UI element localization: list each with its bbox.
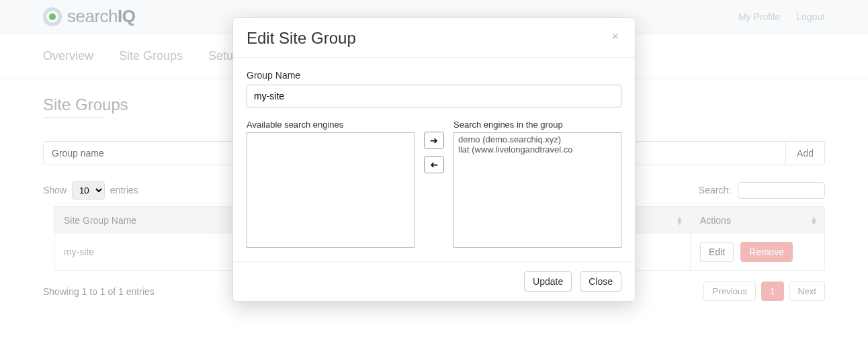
group-name-label: Group Name [247,70,621,81]
move-right-button[interactable]: ➔ [424,132,444,149]
list-item[interactable]: demo (demo.searchiq.xyz) [457,134,618,144]
edit-site-group-modal: Edit Site Group × Group Name Available s… [232,17,636,302]
search-label: Search: [699,185,731,195]
brand-logo: searchIQ [43,6,136,27]
arrow-left-icon: ➔ [430,159,438,170]
move-left-button[interactable]: ➔ [424,156,444,173]
brand-left: search [67,6,118,26]
pager-next[interactable]: Next [789,281,825,301]
logo-mark-icon [43,7,62,26]
dual-controls: ➔ ➔ [424,120,444,173]
pager: Previous 1 Next [703,281,825,301]
show-suffix: entries [110,185,138,195]
modal-footer: Update Close [233,261,635,301]
nav-overview[interactable]: Overview [43,49,93,63]
brand-right: IQ [118,6,135,26]
available-column: Available search engines [247,120,415,248]
arrow-right-icon: ➔ [430,135,438,146]
modal-title: Edit Site Group [247,29,621,48]
available-label: Available search engines [247,120,415,130]
close-button[interactable]: Close [580,271,621,292]
modal-header: Edit Site Group × [233,18,635,58]
available-listbox[interactable] [247,132,415,248]
list-item[interactable]: llat (www.livelongandtravel.co [457,144,618,155]
pager-page-1[interactable]: 1 [761,281,783,301]
close-icon[interactable]: × [607,29,623,44]
title-underline [43,117,103,118]
group-name-field[interactable] [247,85,621,107]
remove-button[interactable]: Remove [740,242,793,262]
entries-control: Show 10 entries [43,181,138,200]
search-input[interactable] [738,182,825,199]
search-control: Search: [699,182,825,199]
add-button[interactable]: Add [786,141,825,165]
dual-list: Available search engines ➔ ➔ Search engi… [247,120,621,248]
top-links: My Profile Logout [738,11,825,22]
show-prefix: Show [43,185,67,195]
nav-site-groups[interactable]: Site Groups [119,49,183,63]
sort-icon: ▲▼ [810,216,818,224]
logout-link[interactable]: Logout [796,11,825,22]
my-profile-link[interactable]: My Profile [738,11,780,22]
in-group-column: Search engines in the group demo (demo.s… [453,120,621,248]
col-actions: Actions ▲▼ [690,207,824,234]
sort-icon: ▲▼ [676,216,683,224]
edit-button[interactable]: Edit [700,242,734,262]
cell-actions: Edit Remove [690,234,824,270]
entries-select[interactable]: 10 [72,181,105,200]
modal-body: Group Name Available search engines ➔ ➔ … [233,58,635,261]
update-button[interactable]: Update [524,271,572,292]
in-group-label: Search engines in the group [453,120,621,130]
pager-prev[interactable]: Previous [703,281,756,301]
footer-info: Showing 1 to 1 of 1 entries [43,286,155,297]
in-group-listbox[interactable]: demo (demo.searchiq.xyz) llat (www.livel… [453,132,621,248]
